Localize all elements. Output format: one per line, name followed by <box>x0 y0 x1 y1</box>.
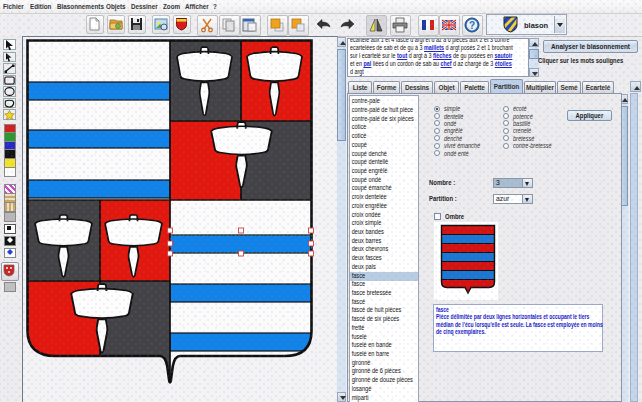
svg-text:?: ? <box>469 20 475 31</box>
